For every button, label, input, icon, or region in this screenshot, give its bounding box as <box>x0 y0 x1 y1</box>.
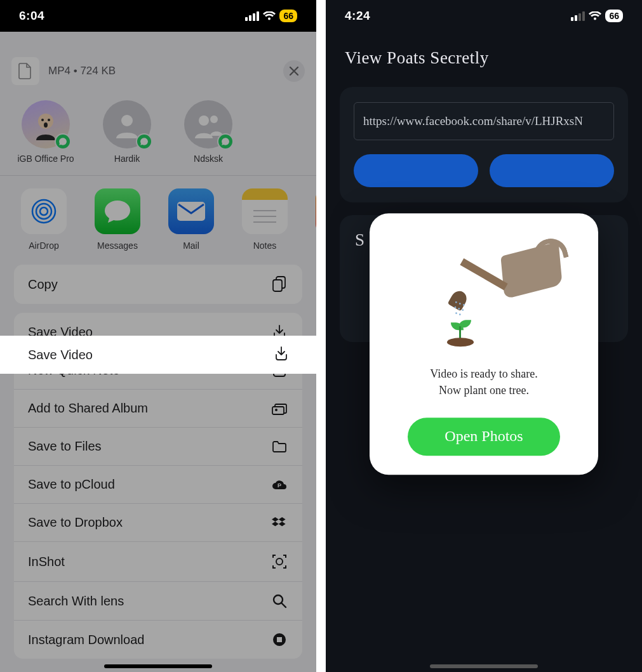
app-notes[interactable]: Notes <box>237 188 292 251</box>
search-icon <box>271 593 288 609</box>
phone-left: 6:04 66 MP4 • 724 KB <box>0 0 316 672</box>
contact-hardik[interactable]: Hardik <box>95 100 159 164</box>
close-icon <box>290 67 298 76</box>
battery-level: 66 <box>283 11 293 21</box>
open-photos-button[interactable]: Open Photos <box>408 418 560 456</box>
shared-album-icon <box>271 402 288 416</box>
app-label: Mail <box>164 240 218 251</box>
app-airdrop[interactable]: AirDrop <box>17 188 71 251</box>
svg-rect-16 <box>273 280 282 291</box>
svg-rect-26 <box>277 637 282 642</box>
app-label: Notes <box>237 240 292 251</box>
home-indicator[interactable] <box>430 664 538 668</box>
url-card: https://www.facebook.com/share/v/LHJRxsN <box>340 87 628 202</box>
pcloud-icon: P <box>271 479 288 491</box>
download-icon <box>274 346 288 364</box>
action-dropbox[interactable]: Save to Dropbox <box>14 504 302 542</box>
close-button[interactable] <box>283 60 305 82</box>
whatsapp-badge-icon <box>136 133 152 150</box>
status-bar: 4:24 66 <box>326 0 642 32</box>
battery-icon: 66 <box>605 10 623 22</box>
file-meta: MP4 • 724 KB <box>48 65 116 77</box>
signal-icon <box>571 11 585 21</box>
contact-ndsksk[interactable]: Ndsksk <box>177 100 240 164</box>
card2-text: S <box>355 230 364 249</box>
firefox-icon <box>316 188 316 234</box>
action-copy[interactable]: Copy <box>14 265 302 304</box>
svg-point-5 <box>199 115 209 126</box>
status-right: 66 <box>571 10 623 22</box>
phone-right: 4:24 66 View Poats Secretly https://www.… <box>326 0 642 672</box>
avatar <box>184 100 232 148</box>
contact-igb[interactable]: iGB Office Pro <box>14 100 77 164</box>
airdrop-icon <box>21 188 67 234</box>
action-label: Save to Files <box>28 439 102 454</box>
page-title: View Poats Secretly <box>326 32 642 87</box>
save-video-highlight[interactable]: Save Video <box>0 336 316 374</box>
avatar <box>103 100 151 148</box>
battery-icon: 66 <box>279 10 297 22</box>
app-mail[interactable]: Mail <box>164 188 218 251</box>
sheet-header: MP4 • 724 KB <box>0 51 316 96</box>
notes-icon <box>242 188 288 234</box>
svg-text:P: P <box>278 482 281 489</box>
signal-icon <box>245 11 259 21</box>
action-label: InShot <box>28 555 65 569</box>
action-search-lens[interactable]: Search With lens <box>14 582 302 621</box>
action-inshot[interactable]: InShot <box>14 542 302 582</box>
battery-level: 66 <box>609 11 619 21</box>
whatsapp-badge-icon <box>217 133 234 150</box>
contact-label: Hardik <box>95 154 159 164</box>
contact-label: iGB Office Pro <box>14 154 77 164</box>
wifi-icon <box>263 11 276 21</box>
url-input[interactable]: https://www.facebook.com/share/v/LHJRxsN <box>354 102 614 140</box>
app-messages[interactable]: Messages <box>90 188 145 251</box>
apps-row[interactable]: AirDrop Messages Mail Notes <box>0 176 316 265</box>
contact-label: Ndsksk <box>177 154 240 164</box>
stop-circle-icon <box>271 632 288 647</box>
success-modal: • • • • • • • • Video is ready to share.… <box>370 213 598 475</box>
action-save-files[interactable]: Save to Files <box>14 428 302 466</box>
action-label: Save Video <box>28 348 93 362</box>
action-label: Copy <box>28 277 58 292</box>
watering-plant-illustration: • • • • • • • • <box>389 239 579 346</box>
status-right: 66 <box>245 10 297 22</box>
status-time: 6:04 <box>19 9 44 23</box>
modal-message: Video is ready to share. Now plant one t… <box>389 366 579 399</box>
app-label: Messages <box>90 240 145 251</box>
avatar <box>22 100 70 148</box>
svg-line-24 <box>281 603 286 607</box>
button-label: Open Photos <box>445 428 523 445</box>
file-thumbnail <box>11 57 39 85</box>
mail-icon <box>168 188 214 234</box>
button-row <box>354 154 614 187</box>
folder-icon <box>271 440 288 453</box>
action-list-1: Copy <box>14 265 302 304</box>
action-label: Add to Shared Album <box>28 401 148 416</box>
app-firefox[interactable]: Fr <box>311 188 316 251</box>
primary-button-1[interactable] <box>354 154 478 187</box>
svg-point-8 <box>36 204 51 219</box>
inshot-icon <box>271 553 288 570</box>
svg-point-7 <box>40 208 48 215</box>
app-label: Fr <box>311 240 316 251</box>
action-pcloud[interactable]: Save to pCloud P <box>14 466 302 504</box>
action-label: Instagram Download <box>28 633 144 647</box>
action-label: Save to Dropbox <box>28 515 123 530</box>
wifi-icon <box>589 11 601 21</box>
file-icon <box>18 63 32 79</box>
primary-button-2[interactable] <box>490 154 614 187</box>
status-time: 4:24 <box>345 9 370 23</box>
copy-icon <box>271 276 288 293</box>
svg-rect-10 <box>177 202 205 221</box>
svg-point-20 <box>275 409 278 411</box>
svg-point-6 <box>210 115 218 123</box>
messages-icon <box>95 188 140 234</box>
home-indicator[interactable] <box>104 664 212 668</box>
action-label: Search With lens <box>28 594 124 609</box>
action-shared-album[interactable]: Add to Shared Album <box>14 390 302 428</box>
action-instagram-dl[interactable]: Instagram Download <box>14 621 302 659</box>
contacts-row[interactable]: iGB Office Pro Hardik Ndsksk <box>0 96 316 176</box>
screenshot-divider <box>316 0 326 672</box>
dropbox-icon <box>271 517 288 529</box>
